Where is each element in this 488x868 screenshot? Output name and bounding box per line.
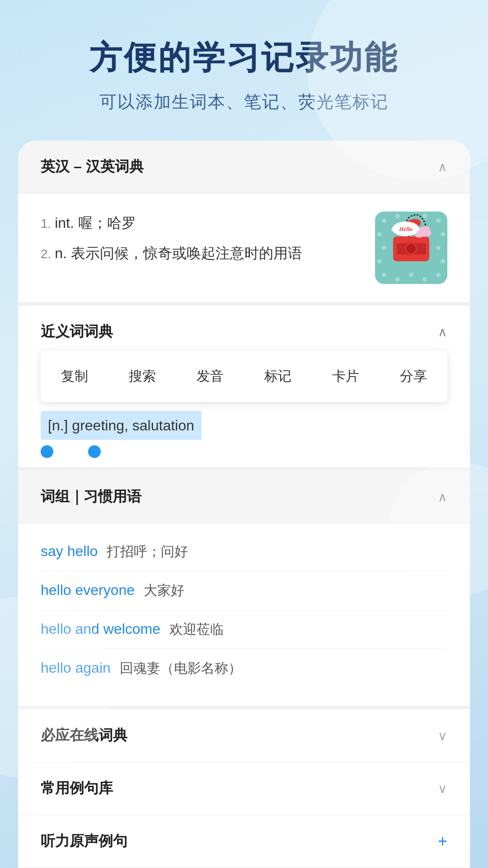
chevron-up-icon-phrases: ∧ xyxy=(438,490,447,505)
phrase-english-say-hello: say hello xyxy=(41,543,98,560)
context-menu-search[interactable]: 搜索 xyxy=(108,360,176,393)
context-menu-mark[interactable]: 标记 xyxy=(244,360,312,393)
svg-point-14 xyxy=(395,277,400,282)
phrase-item-say-hello[interactable]: say hello 打招呼；问好 xyxy=(41,533,447,571)
section-title-phrases: 词组｜习惯用语 xyxy=(41,487,141,507)
svg-point-11 xyxy=(377,259,382,264)
svg-point-13 xyxy=(382,273,386,277)
svg-point-6 xyxy=(377,232,382,236)
section-title-tingli: 听力原声例句 xyxy=(41,831,127,851)
context-menu-share[interactable]: 分享 xyxy=(380,360,447,393)
entry-def-1: 喔；哈罗 xyxy=(78,215,136,231)
dict-text-area: 1. int. 喔；哈罗 2. n. 表示问候，惊奇或唤起注意时的用语 xyxy=(41,212,361,272)
svg-point-5 xyxy=(436,218,441,223)
section-title-english-chinese: 英汉 – 汉英词典 xyxy=(41,157,144,177)
svg-point-17 xyxy=(436,273,441,277)
header-section: 方便的学习记录功能 可以添加生词本、笔记、荧光笔标记 xyxy=(0,0,488,141)
entry-type-1: int. xyxy=(55,215,78,231)
section-title-biying: 必应在线词典 xyxy=(41,726,127,745)
page-title: 方便的学习记录功能 xyxy=(36,36,452,80)
plus-icon-tingli[interactable]: + xyxy=(438,832,447,851)
entry-index-1: 1. xyxy=(41,217,55,231)
phrase-english-hello-welcome: hello and welcome xyxy=(41,621,160,637)
page-subtitle: 可以添加生词本、笔记、荧光笔标记 xyxy=(36,90,452,113)
phrase-chinese-hello-welcome: 欢迎莅临 xyxy=(169,620,224,639)
chevron-up-icon-english: ∧ xyxy=(438,160,447,175)
phrase-chinese-say-hello: 打招呼；问好 xyxy=(107,542,188,561)
selected-text-area: [n.] greeting, salutation xyxy=(18,402,470,467)
hello-image: Hello xyxy=(375,212,447,284)
svg-point-21 xyxy=(407,244,416,253)
context-menu: 复制 搜索 发音 标记 卡片 分享 xyxy=(41,351,447,402)
section-header-english-chinese[interactable]: 英汉 – 汉英词典 ∧ xyxy=(18,141,470,193)
chevron-down-icon-changyong: ∨ xyxy=(438,781,447,796)
section-tingli[interactable]: 听力原声例句 + xyxy=(18,815,470,868)
svg-point-10 xyxy=(436,245,441,250)
entry-index-2: 2. xyxy=(41,247,55,261)
svg-point-4 xyxy=(422,214,427,218)
svg-point-2 xyxy=(395,214,400,218)
phrases-section: 词组｜习惯用语 ∧ say hello 打招呼；问好 hello everyon… xyxy=(18,471,470,709)
context-menu-card[interactable]: 卡片 xyxy=(312,360,380,393)
context-menu-pronounce[interactable]: 发音 xyxy=(176,360,244,393)
dict-entry-2: 2. n. 表示问候，惊奇或唤起注意时的用语 xyxy=(41,242,361,265)
entry-type-2: n. xyxy=(55,245,71,261)
svg-point-8 xyxy=(441,232,445,236)
selected-text: [n.] greeting, salutation xyxy=(41,411,202,440)
synonym-header[interactable]: 近义词词典 ∧ xyxy=(18,306,470,351)
svg-point-15 xyxy=(409,273,413,277)
entry-def-2: 表示问候，惊奇或唤起注意时的用语 xyxy=(71,245,302,261)
svg-point-16 xyxy=(422,277,427,282)
svg-text:Hello: Hello xyxy=(399,226,413,232)
svg-point-12 xyxy=(441,259,445,264)
main-card: 英汉 – 汉英词典 ∧ 1. int. 喔；哈罗 2. n. 表示问候，惊奇或唤… xyxy=(18,141,470,868)
phrase-english-hello-everyone: hello everyone xyxy=(41,582,135,599)
svg-point-1 xyxy=(382,218,386,223)
section-header-phrases[interactable]: 词组｜习惯用语 ∧ xyxy=(18,471,470,524)
svg-point-9 xyxy=(382,245,386,250)
phrase-item-hello-everyone[interactable]: hello everyone 大家好 xyxy=(41,571,447,610)
chevron-up-icon-synonym: ∧ xyxy=(438,325,447,340)
section-biyingzaixian[interactable]: 必应在线词典 ∨ xyxy=(18,709,470,762)
dict-content-block: 1. int. 喔；哈罗 2. n. 表示问候，惊奇或唤起注意时的用语 xyxy=(18,193,470,306)
phrase-english-hello-again: hello again xyxy=(41,660,111,676)
phrase-chinese-hello-again: 回魂妻（电影名称） xyxy=(120,659,242,678)
section-title-synonym: 近义词词典 xyxy=(41,322,113,342)
selection-handle-left[interactable] xyxy=(41,445,53,458)
selection-handle-right[interactable] xyxy=(88,445,101,458)
dict-entry-1: 1. int. 喔；哈罗 xyxy=(41,212,361,235)
phrases-content: say hello 打招呼；问好 hello everyone 大家好 hell… xyxy=(18,524,470,706)
phrase-item-hello-again[interactable]: hello again 回魂妻（电影名称） xyxy=(41,649,447,688)
section-changyong[interactable]: 常用例句库 ∨ xyxy=(18,762,470,815)
synonym-section: 近义词词典 ∧ 复制 搜索 发音 标记 卡片 分享 [n.] greeting,… xyxy=(18,306,470,471)
context-menu-copy[interactable]: 复制 xyxy=(41,360,108,393)
section-title-changyong: 常用例句库 xyxy=(41,778,113,798)
chevron-down-icon-biying: ∨ xyxy=(438,728,447,743)
phrase-chinese-hello-everyone: 大家好 xyxy=(144,581,184,600)
phrase-item-hello-welcome[interactable]: hello and welcome 欢迎莅临 xyxy=(41,610,447,649)
